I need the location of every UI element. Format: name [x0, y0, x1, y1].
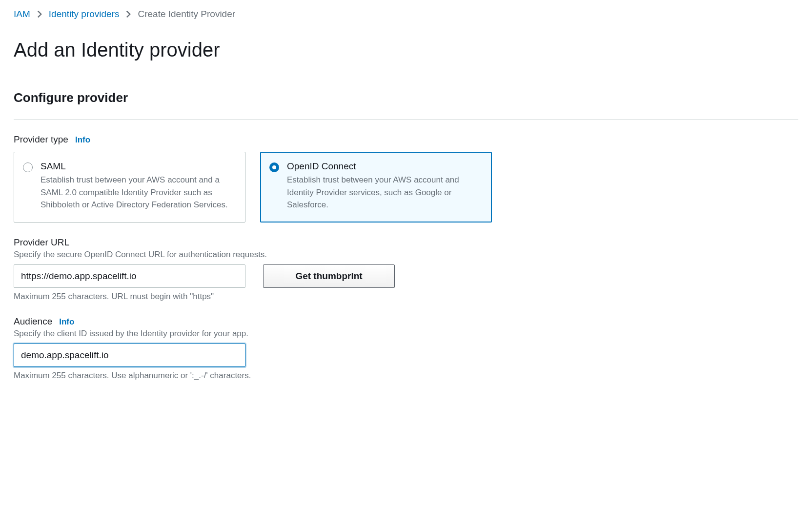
oidc-desc: Establish trust between your AWS account…	[287, 174, 481, 211]
provider-url-help: Specify the secure OpenID Connect URL fo…	[14, 250, 798, 260]
provider-type-oidc-card[interactable]: OpenID Connect Establish trust between y…	[260, 152, 492, 223]
provider-url-group: Provider URL Specify the secure OpenID C…	[14, 237, 798, 302]
audience-input[interactable]	[14, 344, 245, 367]
radio-icon	[269, 162, 279, 172]
chevron-right-icon	[126, 10, 131, 18]
breadcrumb: IAM Identity providers Create Identity P…	[14, 9, 798, 20]
provider-url-input[interactable]	[14, 264, 245, 288]
breadcrumb-identity-providers[interactable]: Identity providers	[49, 9, 120, 20]
breadcrumb-current: Create Identity Provider	[138, 9, 235, 20]
get-thumbprint-button[interactable]: Get thumbprint	[263, 264, 395, 288]
provider-type-saml-card[interactable]: SAML Establish trust between your AWS ac…	[14, 152, 245, 223]
oidc-title: OpenID Connect	[287, 161, 481, 172]
divider	[14, 119, 798, 120]
breadcrumb-iam[interactable]: IAM	[14, 9, 30, 20]
provider-type-group: Provider type Info SAML Establish trust …	[14, 134, 798, 223]
radio-icon	[23, 162, 33, 172]
audience-help: Specify the client ID issued by the Iden…	[14, 329, 798, 339]
audience-label: Audience	[14, 316, 52, 327]
provider-url-label: Provider URL	[14, 237, 69, 248]
saml-desc: Establish trust between your AWS account…	[41, 174, 234, 211]
page-title: Add an Identity provider	[14, 39, 798, 61]
provider-type-label: Provider type	[14, 134, 68, 145]
saml-title: SAML	[41, 161, 234, 172]
audience-hint: Maximum 255 characters. Use alphanumeric…	[14, 371, 798, 381]
audience-group: Audience Info Specify the client ID issu…	[14, 316, 798, 381]
info-link[interactable]: Info	[59, 317, 74, 327]
section-title: Configure provider	[14, 90, 798, 105]
chevron-right-icon	[37, 10, 42, 18]
provider-url-hint: Maximum 255 characters. URL must begin w…	[14, 292, 798, 302]
info-link[interactable]: Info	[75, 135, 90, 145]
